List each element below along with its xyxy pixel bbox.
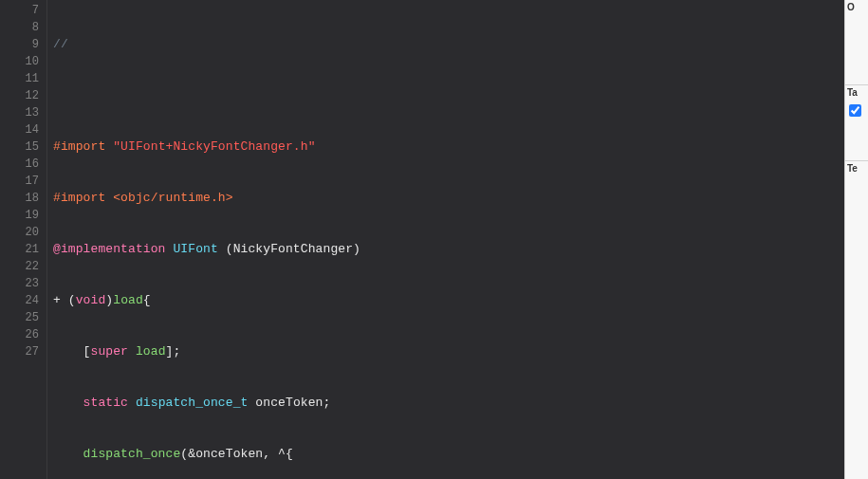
- code-line: //: [53, 36, 839, 53]
- inspector-section: O: [845, 0, 868, 85]
- line-number: 13: [4, 104, 39, 121]
- inspector-panel[interactable]: O Ta Te: [844, 0, 868, 479]
- line-number: 24: [4, 292, 39, 309]
- line-number: 18: [4, 190, 39, 207]
- code-line: [53, 87, 839, 104]
- code-line: #import <objc/runtime.h>: [53, 190, 839, 207]
- line-number: 25: [4, 309, 39, 326]
- code-line: #import "UIFont+NickyFontChanger.h": [53, 138, 839, 156]
- line-number: 19: [4, 207, 39, 224]
- line-number: 17: [4, 173, 39, 190]
- line-number: 9: [4, 36, 39, 53]
- code-line: static dispatch_once_t onceToken;: [53, 395, 839, 412]
- inspector-section: Ta: [845, 85, 868, 161]
- code-line: dispatch_once(&onceToken, ^{: [53, 446, 839, 463]
- line-number: 14: [4, 121, 39, 138]
- code-line: [super load];: [53, 343, 839, 360]
- inspector-section: Te: [845, 161, 868, 228]
- line-number: 11: [4, 70, 39, 87]
- line-number: 26: [4, 326, 39, 343]
- inspector-section-label: Ta: [847, 87, 858, 98]
- line-number: 16: [4, 156, 39, 173]
- line-number: 15: [4, 138, 39, 156]
- line-number: 27: [4, 343, 39, 360]
- code-line: + (void)load{: [53, 292, 839, 309]
- inspector-section-label: Te: [847, 163, 858, 174]
- line-number: 22: [4, 258, 39, 275]
- line-number: 7: [4, 2, 39, 19]
- line-number-gutter: 789101112131415161718192021222324252627: [0, 0, 47, 479]
- line-number: 8: [4, 19, 39, 36]
- inspector-checkbox[interactable]: [849, 104, 861, 117]
- line-number: 20: [4, 224, 39, 241]
- line-number: 10: [4, 53, 39, 70]
- line-number: 12: [4, 87, 39, 104]
- code-line: @implementation UIFont (NickyFontChanger…: [53, 241, 839, 258]
- line-number: 23: [4, 275, 39, 292]
- inspector-section-label: O: [847, 2, 855, 12]
- line-number: 21: [4, 241, 39, 258]
- code-area[interactable]: // #import "UIFont+NickyFontChanger.h" #…: [47, 0, 844, 479]
- code-editor[interactable]: 789101112131415161718192021222324252627 …: [0, 0, 844, 479]
